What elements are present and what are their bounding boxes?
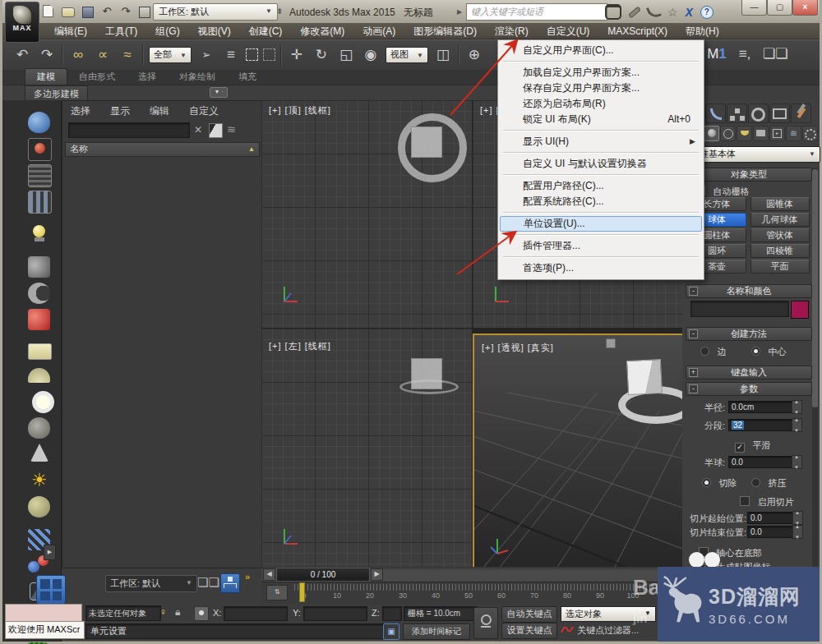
- use-pivot-center-icon[interactable]: ◫: [433, 45, 453, 65]
- align-icon[interactable]: ≡,: [735, 44, 755, 64]
- toolbar-overflow-chevron[interactable]: »: [245, 572, 250, 582]
- slice-from-spinner[interactable]: [792, 511, 803, 525]
- center-radio[interactable]: [751, 347, 760, 356]
- key-filters-button[interactable]: 关键点过滤器...: [577, 624, 639, 637]
- geometry-category-icon[interactable]: [704, 126, 719, 141]
- ribbon-tab-selection[interactable]: 选择: [127, 69, 168, 85]
- search-binoculars-icon[interactable]: [605, 4, 621, 20]
- isolate-selection-icon[interactable]: ▣: [383, 623, 399, 640]
- squash-radio-row[interactable]: 挤压: [751, 475, 786, 490]
- ribbon-tab-object-paint[interactable]: 对象绘制: [168, 69, 227, 85]
- viewport-left-label[interactable]: [+] [左] [线框]: [269, 340, 331, 352]
- select-link-icon[interactable]: ∞: [68, 45, 88, 65]
- plane-button[interactable]: 平面: [750, 260, 810, 274]
- undo-scene-icon[interactable]: ↶: [12, 45, 32, 65]
- ring-light-icon[interactable]: [32, 391, 54, 413]
- center-radio-row[interactable]: 中心: [751, 343, 786, 358]
- sun-icon[interactable]: ☀: [28, 470, 50, 491]
- x-coordinate-field[interactable]: [224, 606, 288, 621]
- menu-item-show-ui[interactable]: 显示 UI(H)▶: [500, 134, 702, 150]
- menu-item-save-ui-scheme[interactable]: 保存自定义用户界面方案...: [500, 80, 702, 96]
- keyboard-entry-rollout[interactable]: +键盘输入: [686, 366, 812, 380]
- pyramid-button[interactable]: 四棱锥: [750, 244, 810, 258]
- help-icon[interactable]: ?: [700, 6, 713, 19]
- menu-help[interactable]: 帮助(H): [677, 25, 728, 39]
- dome-icon[interactable]: [28, 368, 50, 383]
- redo-scene-icon[interactable]: ↷: [37, 45, 57, 65]
- app-logo[interactable]: MAX: [5, 2, 39, 43]
- undo-icon[interactable]: ↶: [99, 5, 114, 18]
- explorer-menu-display[interactable]: 显示: [110, 104, 130, 118]
- menu-customize[interactable]: 自定义(U): [538, 25, 599, 39]
- hierarchy-tab[interactable]: [727, 104, 747, 123]
- radius-field[interactable]: 0.0cm: [728, 401, 796, 413]
- y-coordinate-field[interactable]: [303, 606, 367, 621]
- layers-toggle-icon[interactable]: ❏❏: [197, 575, 219, 590]
- open-file-icon[interactable]: [62, 5, 76, 18]
- name-column-header[interactable]: 名称 ▲: [65, 142, 260, 157]
- motion-tab[interactable]: [748, 104, 769, 123]
- scene-explorer-toggle-icon[interactable]: [220, 573, 240, 593]
- edge-radio[interactable]: [700, 347, 709, 356]
- new-file-icon[interactable]: [43, 5, 58, 18]
- slice-to-spinner[interactable]: [792, 525, 803, 539]
- save-file-icon[interactable]: [81, 5, 95, 18]
- select-scale-icon[interactable]: ◱: [336, 45, 356, 65]
- ribbon-tab-modeling[interactable]: 建模: [25, 68, 67, 85]
- edge-radio-row[interactable]: 边: [700, 343, 726, 358]
- menu-item-revert-layout[interactable]: 还原为启动布局(R): [500, 96, 702, 112]
- video-camera-icon[interactable]: [28, 309, 50, 330]
- creation-method-rollout[interactable]: -创建方法: [686, 327, 812, 341]
- material-editor-icon[interactable]: [28, 138, 52, 161]
- communication-center-icon[interactable]: [646, 4, 662, 20]
- selection-filter-dropdown[interactable]: 全部▼: [149, 47, 192, 63]
- explorer-menu-customize[interactable]: 自定义: [189, 104, 219, 118]
- filter-page-icon[interactable]: [209, 123, 223, 138]
- open-mini-curve-editor-icon[interactable]: ⇅: [266, 585, 288, 600]
- close-button[interactable]: ×: [792, 0, 818, 16]
- sphere-icon[interactable]: [28, 496, 50, 518]
- segments-spinner[interactable]: [792, 418, 802, 432]
- display-tab[interactable]: [769, 104, 790, 123]
- maxscript-listener-pane[interactable]: 欢迎使用 MAXScr: [5, 621, 85, 639]
- cone-button[interactable]: 圆锥体: [750, 197, 810, 211]
- chop-radio[interactable]: [702, 478, 711, 487]
- select-by-name-icon[interactable]: ≡: [221, 45, 241, 65]
- modify-tab[interactable]: [705, 104, 726, 123]
- prompt-bulb-icon[interactable]: ♀: [159, 606, 167, 618]
- z-coordinate-field[interactable]: [382, 606, 402, 621]
- layer-filter-icon[interactable]: ≋: [227, 123, 236, 136]
- cone-icon[interactable]: [30, 444, 48, 462]
- name-color-rollout[interactable]: -名称和颜色: [686, 284, 812, 298]
- menu-item-customize-ui[interactable]: 自定义用户界面(C)...: [500, 43, 702, 58]
- menu-rendering[interactable]: 渲染(R): [486, 25, 538, 39]
- segments-field[interactable]: 32: [728, 419, 796, 431]
- lights-category-icon[interactable]: [737, 126, 752, 141]
- cameras-category-icon[interactable]: [753, 126, 769, 141]
- panel-scrollbar[interactable]: [812, 168, 818, 567]
- wrench-icon[interactable]: [629, 7, 640, 16]
- menu-maxscript[interactable]: MAXScript(X): [598, 25, 677, 37]
- set-key-button[interactable]: [473, 607, 498, 639]
- previous-frame-icon[interactable]: ◀: [263, 568, 275, 581]
- menu-group[interactable]: 组(G): [146, 25, 188, 39]
- snap-sphere-icon[interactable]: ◉: [361, 45, 381, 65]
- selection-lock-icon[interactable]: 🔒︎: [175, 606, 180, 618]
- viewport-perspective-label[interactable]: [+] [透视] [真实]: [482, 342, 554, 354]
- project-folder-icon[interactable]: [137, 5, 152, 18]
- viewport-top-label[interactable]: [+] [顶] [线框]: [269, 104, 331, 117]
- select-rotate-icon[interactable]: ↻: [312, 45, 331, 65]
- clear-search-icon[interactable]: ✕: [194, 124, 202, 136]
- ribbon-minimize-icon[interactable]: ▼ ·: [210, 87, 228, 98]
- time-marker[interactable]: [299, 582, 305, 602]
- redo-icon[interactable]: ↷: [118, 5, 133, 18]
- menu-views[interactable]: 视图(V): [189, 25, 240, 39]
- menu-item-load-ui-scheme[interactable]: 加载自定义用户界面方案...: [500, 65, 702, 80]
- curve-editor-icon[interactable]: [28, 164, 52, 187]
- smooth-row[interactable]: ✓ 平滑: [735, 437, 770, 453]
- search-expand-icon[interactable]: ▶: [457, 8, 462, 16]
- ribbon-tab-freeform[interactable]: 自由形式: [67, 69, 127, 85]
- parameters-rollout[interactable]: -参数: [686, 382, 812, 396]
- auto-key-button[interactable]: 自动关键点: [501, 606, 557, 623]
- favorites-star-icon[interactable]: ☆: [667, 6, 678, 19]
